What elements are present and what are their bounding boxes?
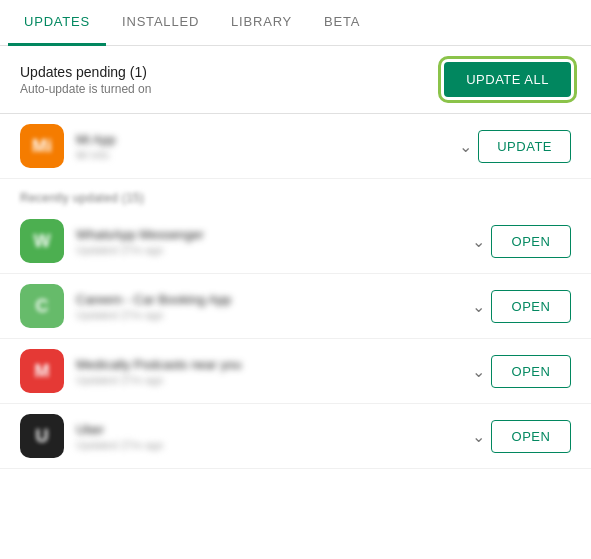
recent-apps-list: W WhatsApp Messenger Updated 27m ago ⌄ O… [0, 209, 591, 469]
expand-uber[interactable]: ⌄ [466, 421, 491, 452]
tab-beta[interactable]: BETA [308, 0, 376, 46]
action-btn-medup[interactable]: OPEN [491, 355, 571, 388]
expand-mi-app[interactable]: ⌄ [453, 131, 478, 162]
app-sub-medup: Updated 27m ago [76, 374, 466, 386]
action-btn-careem[interactable]: OPEN [491, 290, 571, 323]
app-sub-uber: Updated 27m ago [76, 439, 466, 451]
updates-pending-title: Updates pending (1) [20, 64, 151, 80]
app-info-mi-app: Mi App Mi Info [76, 132, 453, 161]
action-btn-mi-app[interactable]: UPDATE [478, 130, 571, 163]
app-icon-whatsapp: W [20, 219, 64, 263]
app-item-careem: C Careem - Car Booking App Updated 27m a… [0, 274, 591, 339]
app-name-careem: Careem - Car Booking App [76, 292, 466, 307]
auto-update-subtitle: Auto-update is turned on [20, 82, 151, 96]
app-item-whatsapp: W WhatsApp Messenger Updated 27m ago ⌄ O… [0, 209, 591, 274]
tab-bar: UPDATESINSTALLEDLIBRARYBETA [0, 0, 591, 46]
app-info-medup: Medically Podcasts near you Updated 27m … [76, 357, 466, 386]
app-icon-medup: M [20, 349, 64, 393]
updates-pending-section: Updates pending (1) Auto-update is turne… [0, 46, 591, 114]
app-sub-mi-app: Mi Info [76, 149, 453, 161]
action-btn-whatsapp[interactable]: OPEN [491, 225, 571, 258]
expand-medup[interactable]: ⌄ [466, 356, 491, 387]
app-info-careem: Careem - Car Booking App Updated 27m ago [76, 292, 466, 321]
app-icon-text-careem: C [36, 296, 49, 317]
update-all-button[interactable]: UPDATE ALL [444, 62, 571, 97]
app-icon-text-whatsapp: W [34, 231, 51, 252]
app-item-uber: U Uber Updated 27m ago ⌄ OPEN [0, 404, 591, 469]
updates-pending-text: Updates pending (1) Auto-update is turne… [20, 64, 151, 96]
app-name-medup: Medically Podcasts near you [76, 357, 466, 372]
app-name-whatsapp: WhatsApp Messenger [76, 227, 466, 242]
app-name-uber: Uber [76, 422, 466, 437]
app-item-medup: M Medically Podcasts near you Updated 27… [0, 339, 591, 404]
app-container: UPDATESINSTALLEDLIBRARYBETA Updates pend… [0, 0, 591, 559]
app-icon-careem: C [20, 284, 64, 328]
tab-installed[interactable]: INSTALLED [106, 0, 215, 46]
app-name-mi-app: Mi App [76, 132, 453, 147]
app-info-whatsapp: WhatsApp Messenger Updated 27m ago [76, 227, 466, 256]
app-icon-mi-app: Mi [20, 124, 64, 168]
app-icon-uber: U [20, 414, 64, 458]
recently-updated-label: Recently updated (15) [0, 179, 591, 209]
app-icon-text-uber: U [36, 426, 49, 447]
app-icon-text-mi-app: Mi [32, 136, 52, 157]
expand-whatsapp[interactable]: ⌄ [466, 226, 491, 257]
action-btn-uber[interactable]: OPEN [491, 420, 571, 453]
app-icon-text-medup: M [35, 361, 50, 382]
app-sub-careem: Updated 27m ago [76, 309, 466, 321]
expand-careem[interactable]: ⌄ [466, 291, 491, 322]
app-sub-whatsapp: Updated 27m ago [76, 244, 466, 256]
pending-apps-list: Mi Mi App Mi Info ⌄ UPDATE [0, 114, 591, 179]
app-item-mi-app: Mi Mi App Mi Info ⌄ UPDATE [0, 114, 591, 179]
tab-library[interactable]: LIBRARY [215, 0, 308, 46]
app-info-uber: Uber Updated 27m ago [76, 422, 466, 451]
tab-updates[interactable]: UPDATES [8, 0, 106, 46]
